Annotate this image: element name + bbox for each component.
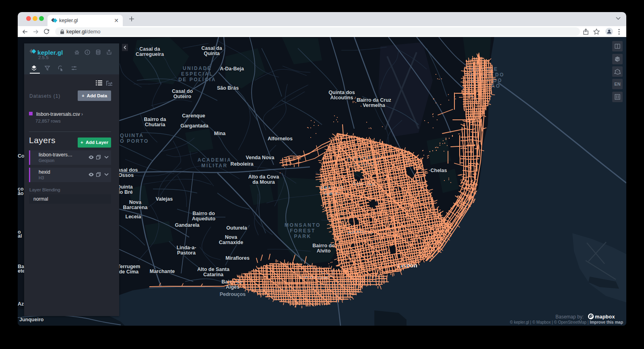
svg-text:mapbox: mapbox bbox=[595, 314, 615, 320]
svg-text:Nova: Nova bbox=[129, 199, 142, 205]
svg-text:Chutaria: Chutaria bbox=[145, 122, 166, 127]
svg-text:Gandarela: Gandarela bbox=[175, 222, 200, 228]
svg-text:Leceia: Leceia bbox=[126, 214, 142, 220]
svg-text:Outurela: Outurela bbox=[226, 225, 247, 231]
svg-text:UNIDADE: UNIDADE bbox=[183, 66, 212, 71]
svg-text:Carregueira: Carregueira bbox=[136, 51, 164, 57]
svg-text:ACADEMIA: ACADEMIA bbox=[198, 157, 232, 163]
svg-text:Junqueiro: Junqueiro bbox=[19, 317, 44, 322]
svg-text:Outeiro: Outeiro bbox=[173, 94, 192, 99]
svg-text:FOREST: FOREST bbox=[290, 228, 316, 234]
svg-text:al: al bbox=[18, 233, 22, 239]
svg-text:PARK: PARK bbox=[294, 234, 311, 239]
svg-text:ão: ão bbox=[18, 191, 24, 196]
svg-text:Alto da Cova: Alto da Cova bbox=[248, 174, 279, 180]
svg-text:Alto de Santa: Alto de Santa bbox=[197, 267, 230, 272]
svg-text:Quinta dos: Quinta dos bbox=[328, 90, 355, 95]
svg-text:Alfornelos: Alfornelos bbox=[268, 136, 293, 142]
svg-text:Nova: Nova bbox=[225, 234, 238, 240]
svg-text:Gargantada: Gargantada bbox=[180, 123, 209, 129]
svg-text:Venda Nova: Venda Nova bbox=[246, 155, 275, 160]
svg-text:QUINTA: QUINTA bbox=[120, 133, 144, 138]
svg-text:Carenque: Carenque bbox=[182, 113, 205, 119]
svg-text:Marchante: Marchante bbox=[150, 269, 175, 274]
svg-text:DE POLÍCIA: DE POLÍCIA bbox=[178, 76, 216, 82]
svg-text:Casal do: Casal do bbox=[172, 88, 193, 94]
svg-text:O PORTO: O PORTO bbox=[120, 138, 149, 144]
svg-text:São Brás: São Brás bbox=[217, 85, 239, 91]
svg-text:do Bré: do Bré bbox=[117, 189, 133, 195]
svg-text:Chelas: Chelas bbox=[431, 168, 447, 173]
svg-text:Quinta: Quinta bbox=[204, 51, 220, 56]
svg-text:Alvito: Alvito bbox=[317, 248, 331, 254]
svg-text:Pastora: Pastora bbox=[177, 250, 196, 256]
svg-text:Aqueduto: Aqueduto bbox=[192, 216, 216, 222]
svg-text:MILITAR: MILITAR bbox=[201, 163, 227, 168]
svg-text:Bairro do: Bairro do bbox=[312, 243, 335, 248]
svg-text:Quinta: Quinta bbox=[117, 184, 133, 190]
svg-text:Catarina: Catarina bbox=[203, 272, 224, 277]
svg-text:Linda-a-: Linda-a- bbox=[177, 245, 196, 250]
svg-text:Ossos: Ossos bbox=[118, 172, 134, 178]
svg-text:da Moura: da Moura bbox=[252, 179, 275, 185]
svg-text:Terrugem: Terrugem bbox=[118, 264, 140, 269]
svg-text:A-Da-Beja: A-Da-Beja bbox=[220, 66, 244, 72]
svg-text:Bairro da Cruz: Bairro da Cruz bbox=[357, 97, 391, 103]
svg-text:Reboleira: Reboleira bbox=[231, 161, 254, 167]
svg-text:de Cima: de Cima bbox=[119, 269, 139, 275]
svg-text:Bairro do: Bairro do bbox=[192, 211, 215, 216]
svg-text:Bairro da: Bairro da bbox=[144, 117, 167, 122]
svg-text:Vermelha: Vermelha bbox=[363, 103, 386, 108]
svg-text:Alcoutins: Alcoutins bbox=[330, 95, 353, 101]
svg-text:MONSANTO: MONSANTO bbox=[285, 222, 321, 228]
svg-text:Mina: Mina bbox=[214, 131, 226, 136]
svg-text:Barcarena: Barcarena bbox=[123, 205, 148, 210]
svg-text:Casal da: Casal da bbox=[201, 45, 222, 51]
svg-text:Pedrouços: Pedrouços bbox=[220, 292, 246, 297]
svg-text:ESPECIAL: ESPECIAL bbox=[181, 71, 213, 77]
svg-text:Carnaxide: Carnaxide bbox=[219, 240, 243, 245]
svg-text:Casal da: Casal da bbox=[139, 46, 160, 52]
svg-text:Miraflores: Miraflores bbox=[225, 255, 250, 261]
svg-text:Valejas: Valejas bbox=[156, 196, 173, 202]
